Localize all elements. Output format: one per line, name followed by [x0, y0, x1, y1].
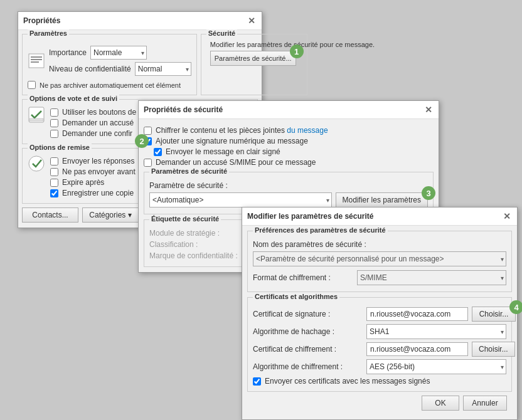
- sec-cb2-label: Ajouter une signature numérique au messa…: [156, 137, 308, 145]
- cert-chiff-label: Certificat de chiffrement :: [253, 345, 363, 354]
- prefs-section-label: Préférences des paramètres de sécurité: [253, 226, 388, 234]
- send-certs-checkbox[interactable]: [253, 377, 261, 386]
- param-sec-select[interactable]: <Automatique>: [149, 192, 332, 207]
- vote-cb2[interactable]: [50, 119, 58, 127]
- sec-cb3[interactable]: [154, 148, 162, 156]
- categories-button[interactable]: Catégories ▾: [82, 207, 139, 223]
- algo-chiff-select[interactable]: AES (256-bit): [366, 359, 506, 374]
- cert-sign-input[interactable]: [366, 307, 468, 321]
- marque-label: Marque de confidentialité :: [149, 251, 238, 260]
- modify-security-titlebar: Modifier les paramètres de sécurité ✕: [242, 207, 517, 226]
- send-certs-label: Envoyer ces certificats avec les message…: [265, 377, 430, 386]
- sec-cb1-label: Chiffrer le contenu et les pièces jointe…: [156, 126, 328, 135]
- properties-titlebar: Propriétés ✕: [18, 12, 262, 30]
- remise-cb1[interactable]: [50, 157, 58, 165]
- hash-select[interactable]: SHA1: [366, 324, 506, 339]
- sec-cb1[interactable]: [144, 127, 152, 135]
- importance-icon: [28, 52, 45, 70]
- choisir-btn-2[interactable]: Choisir...: [472, 342, 515, 357]
- vote-cb3-label: Demander une confir: [62, 129, 132, 138]
- vote-icon: [28, 106, 45, 123]
- remise-cb4[interactable]: [50, 189, 58, 197]
- sec-cb4-label: Demander un accusé S/MIME pour ce messag…: [156, 158, 316, 167]
- vote-cb1[interactable]: [50, 108, 58, 117]
- vote-cb1-label: Utiliser les boutons de: [62, 108, 136, 117]
- security-props-title: Propriétés de sécurité: [144, 105, 223, 114]
- remise-icon: [28, 155, 45, 172]
- importance-label: Importance: [49, 48, 87, 57]
- certs-section-label: Certificats et algorithmes: [253, 293, 339, 300]
- vote-section-label: Options de vote et de suivi: [28, 95, 119, 102]
- nom-params-label: Nom des paramètres de sécurité :: [253, 240, 366, 249]
- modify-params-button[interactable]: Modifier les paramètres: [336, 192, 428, 207]
- svg-point-9: [29, 156, 44, 171]
- etiquette-section-label: Étiquette de sécurité: [149, 215, 221, 223]
- properties-close-button[interactable]: ✕: [247, 16, 257, 26]
- classification-label: Classification :: [149, 240, 198, 249]
- vote-cb2-label: Demander un accusé: [62, 118, 134, 127]
- security-props-titlebar: Propriétés de sécurité ✕: [139, 101, 439, 119]
- remise-cb4-label: Enregistrer une copie: [62, 189, 134, 197]
- vote-cb3[interactable]: [50, 130, 58, 138]
- securite-section-label: Sécurité: [206, 29, 237, 37]
- badge-3: 3: [422, 186, 435, 200]
- svg-rect-0: [29, 54, 44, 68]
- annuler-button[interactable]: Annuler: [463, 396, 507, 411]
- cert-chiff-input[interactable]: [366, 342, 468, 356]
- modify-security-close-button[interactable]: ✕: [502, 211, 512, 221]
- module-label: Module de stratégie :: [149, 229, 220, 238]
- modify-security-window: Modifier les paramètres de sécurité ✕ Pr…: [242, 207, 518, 420]
- format-chiff-label: Format de chiffrement :: [253, 273, 353, 282]
- remise-cb1-label: Envoyer les réponses: [62, 157, 134, 165]
- archive-checkbox[interactable]: [28, 81, 36, 89]
- sec-cb3-label: Envoyer le message en clair signé: [166, 147, 280, 156]
- remise-cb3[interactable]: [50, 179, 58, 187]
- remise-section-label: Options de remise: [28, 144, 92, 151]
- categories-btn-label: Catégories ▾: [89, 211, 131, 219]
- importance-select[interactable]: Normale: [90, 46, 147, 60]
- format-chiff-select[interactable]: S/MIME: [357, 270, 506, 285]
- algo-chiff-label: Algorithme de chiffrement :: [253, 362, 363, 371]
- security-props-close-button[interactable]: ✕: [423, 105, 434, 115]
- confidentiality-label: Niveau de confidentialité: [49, 65, 131, 73]
- badge-2: 2: [135, 134, 149, 148]
- security-params-button[interactable]: Paramètres de sécurité...: [210, 51, 296, 66]
- svg-rect-8: [29, 118, 43, 121]
- properties-title: Propriétés: [23, 16, 60, 25]
- confidentiality-select[interactable]: Normal: [135, 62, 191, 76]
- badge-4: 4: [509, 300, 522, 314]
- hash-label: Algorithme de hachage :: [253, 327, 363, 336]
- sec-params-section-label: Paramètres de sécurité: [149, 167, 229, 175]
- cert-sign-label: Certificat de signature :: [253, 310, 363, 318]
- contacts-button[interactable]: Contacts...: [22, 207, 78, 223]
- parametres-section-label: Paramètres: [28, 29, 69, 37]
- modify-security-title: Modifier les paramètres de sécurité: [247, 212, 373, 221]
- ok-button[interactable]: OK: [422, 396, 459, 411]
- param-sec-label: Paramètre de sécurité :: [149, 181, 228, 190]
- badge-1: 1: [290, 45, 304, 58]
- remise-cb2[interactable]: [50, 168, 58, 176]
- remise-cb2-label: Ne pas envoyer avant: [62, 167, 136, 176]
- sec-cb4[interactable]: [144, 159, 152, 167]
- archive-label: Ne pas archiver automatiquement cet élém…: [40, 81, 181, 89]
- remise-cb3-label: Expire après: [62, 178, 104, 187]
- nom-params-select[interactable]: <Paramètre de sécurité personnalisé pour…: [253, 251, 506, 266]
